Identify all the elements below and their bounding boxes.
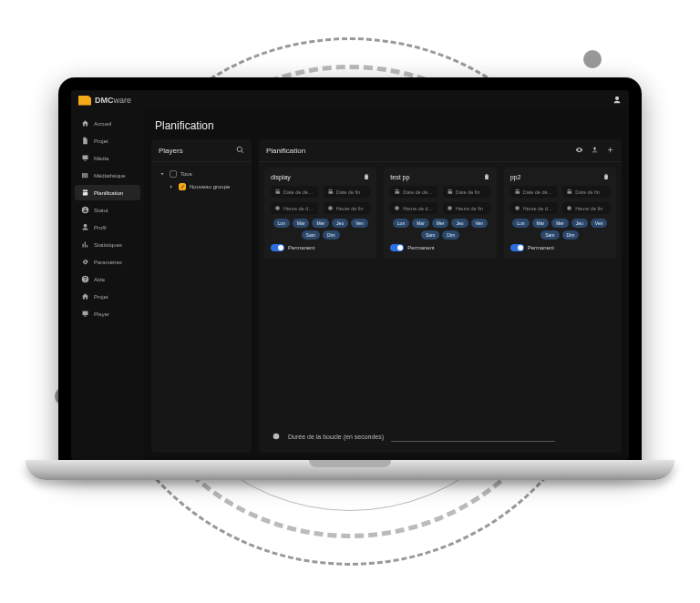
time-start-field[interactable]: Heure de d… (510, 202, 558, 214)
sidebar-item-projet[interactable]: Projet (75, 133, 140, 148)
permanent-label: Permanent (288, 245, 314, 250)
date-start-field[interactable]: Date de dé… (510, 186, 558, 198)
day-chip[interactable]: Mar (532, 219, 550, 228)
tree-group[interactable]: Nouveau groupe (157, 180, 246, 193)
statut-icon (81, 206, 89, 214)
page-title: Planification (144, 110, 629, 139)
sidebar-item-player[interactable]: Player (75, 306, 140, 322)
day-chip[interactable]: Ven (591, 219, 608, 228)
projet-icon (81, 137, 89, 145)
checkbox[interactable] (170, 170, 177, 178)
plan-card: test ppDate de dé…Date de finHeure de d…… (384, 168, 496, 259)
player-icon (81, 310, 89, 318)
time-end-field[interactable]: Heure de fin (562, 202, 610, 214)
accueil-icon (81, 119, 89, 128)
day-chip[interactable]: Dim (442, 230, 459, 240)
sidebar-item-label: Projet (94, 138, 108, 144)
day-chip[interactable]: Jeu (451, 219, 468, 228)
day-chip[interactable]: Lun (273, 219, 290, 228)
laptop-frame: DMCware AccueilProjetMédiaMédiathèquePla… (58, 77, 642, 469)
date-start-field[interactable]: Date de dé… (271, 186, 318, 198)
sidebar-item-aide[interactable]: Aide (75, 271, 140, 287)
sidebar-item-label: Paramètres (94, 260, 122, 265)
day-chip[interactable]: Lun (393, 219, 409, 228)
loop-duration-input[interactable] (391, 431, 555, 442)
plan-card: displayDate de dé…Date de finHeure de d…… (264, 168, 376, 259)
sidebar-item-mediatheque[interactable]: Médiathèque (75, 168, 140, 183)
delete-icon[interactable] (483, 173, 490, 181)
sidebar-item-profil[interactable]: Profil (75, 220, 140, 235)
date-end-field[interactable]: Date de fin (443, 186, 490, 198)
time-start-field[interactable]: Heure de d… (390, 202, 438, 214)
plan-panel-title: Planification (266, 147, 305, 155)
day-chip[interactable]: Dim (562, 230, 580, 240)
mediatheque-icon (81, 171, 89, 179)
permanent-toggle[interactable] (271, 244, 284, 251)
loop-duration-row: Durée de la boucle (en secondes) (264, 422, 616, 447)
permanent-toggle[interactable] (390, 244, 404, 251)
plan-cards: displayDate de dé…Date de finHeure de d…… (264, 168, 616, 259)
sidebar-item-label: Profil (94, 225, 107, 230)
visibility-icon[interactable] (575, 146, 583, 156)
players-panel: Players Tous (151, 139, 252, 453)
day-chip[interactable]: Jeu (571, 219, 588, 228)
day-chip[interactable]: Mer (312, 219, 329, 228)
players-tree: Tous Nouveau groupe (151, 162, 252, 453)
upload-icon[interactable] (591, 146, 599, 156)
sidebar-item-label: Projet (94, 294, 108, 300)
brand-text: DMCware (95, 96, 131, 105)
media-icon (81, 154, 89, 162)
sidebar-item-label: Médiathèque (94, 173, 126, 179)
sidebar-item-media[interactable]: Média (75, 150, 140, 166)
plan-card: pp2Date de dé…Date de finHeure de d…Heur… (504, 168, 616, 259)
day-chip[interactable]: Dim (323, 230, 340, 240)
day-chip[interactable]: Ven (351, 219, 368, 228)
day-chip[interactable]: Jeu (332, 219, 348, 228)
sidebar-item-statistiques[interactable]: Statistiques (75, 237, 140, 252)
day-chip[interactable]: Sam (540, 230, 559, 240)
day-chip[interactable]: Lun (512, 219, 529, 228)
aide-icon (81, 275, 89, 283)
date-start-field[interactable]: Date de dé… (390, 186, 438, 198)
day-chip[interactable]: Mar (293, 219, 310, 228)
day-chip[interactable]: Ven (471, 219, 489, 228)
sidebar-item-label: Player (94, 312, 109, 317)
sidebar-item-label: Planification (94, 190, 123, 196)
sidebar-item-statut[interactable]: Statut (75, 202, 140, 218)
sidebar-nav: AccueilProjetMédiaMédiathèquePlanificati… (71, 110, 144, 460)
checkbox-checked[interactable] (179, 183, 186, 190)
day-chip[interactable]: Sam (421, 230, 439, 240)
brand-logo[interactable]: DMCware (78, 96, 131, 106)
permanent-label: Permanent (528, 245, 554, 250)
players-panel-title: Players (159, 147, 183, 155)
account-icon[interactable] (612, 96, 622, 106)
sidebar-item-label: Statistiques (94, 242, 122, 248)
tree-row-label: Tous (180, 171, 192, 177)
sidebar-item-label: Média (94, 156, 108, 161)
card-title: pp2 (510, 174, 521, 180)
permanent-toggle[interactable] (510, 244, 524, 251)
time-end-field[interactable]: Heure de fin (443, 202, 490, 214)
sidebar-item-accueil[interactable]: Accueil (75, 116, 140, 131)
planification-icon (81, 189, 89, 197)
day-chip[interactable]: Sam (302, 230, 320, 240)
sidebar-item-parametres[interactable]: Paramètres (75, 254, 140, 270)
profil-icon (81, 223, 89, 231)
sidebar-item-planification[interactable]: Planification (75, 185, 140, 200)
time-end-field[interactable]: Heure de fin (324, 202, 371, 214)
search-icon[interactable] (236, 146, 244, 156)
delete-icon[interactable] (363, 173, 370, 181)
date-end-field[interactable]: Date de fin (324, 186, 371, 198)
day-chip[interactable]: Mer (551, 219, 569, 228)
delete-icon[interactable] (602, 173, 610, 181)
folder-icon (78, 96, 91, 106)
tree-root[interactable]: Tous (157, 168, 246, 180)
days-row: LunMarMerJeuVenSamDim (271, 219, 370, 240)
time-start-field[interactable]: Heure de d… (271, 202, 318, 214)
topbar: DMCware (71, 90, 629, 110)
day-chip[interactable]: Mer (432, 219, 449, 228)
sidebar-item-projet2[interactable]: Projet (75, 289, 140, 304)
date-end-field[interactable]: Date de fin (562, 186, 610, 198)
add-icon[interactable] (606, 146, 614, 156)
day-chip[interactable]: Mar (412, 219, 429, 228)
